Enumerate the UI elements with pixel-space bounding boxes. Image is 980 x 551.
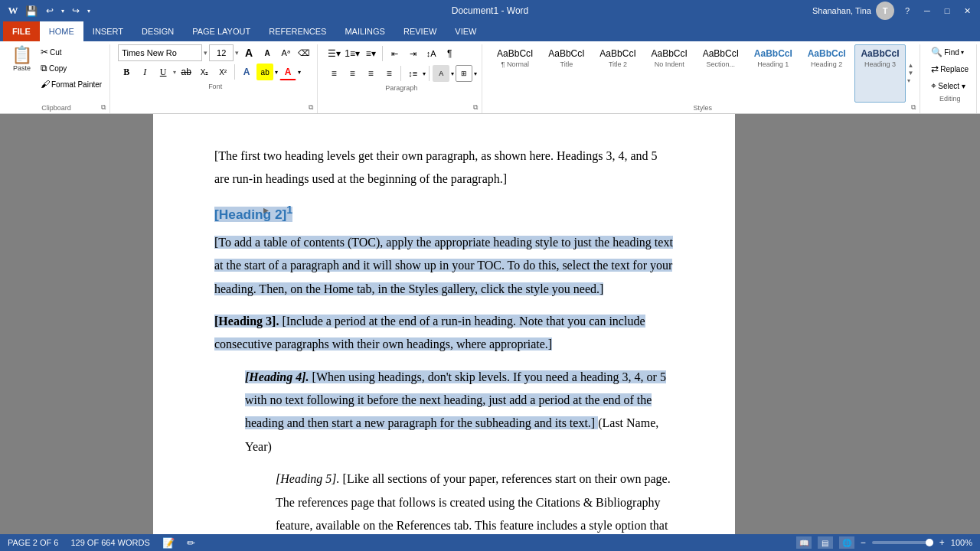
clipboard-expand[interactable]: ⧉ xyxy=(99,103,108,112)
line-spacing-btn[interactable]: ↕≡ xyxy=(404,65,421,82)
tab-mailings[interactable]: MAILINGS xyxy=(335,21,394,41)
style-heading2[interactable]: AaBbCcI Heading 2 xyxy=(801,44,853,103)
tab-design[interactable]: DESIGN xyxy=(132,21,183,41)
undo-dropdown[interactable]: ▾ xyxy=(61,8,64,15)
sort-btn[interactable]: ↕A xyxy=(423,45,439,62)
intro-text: [The first two heading levels get their … xyxy=(214,149,658,185)
title-bar: W 💾 ↩ ▾ ↪ ▾ Document1 - Word Shanahan, T… xyxy=(0,0,980,21)
multilevel-btn[interactable]: ≡▾ xyxy=(362,45,379,62)
underline-btn[interactable]: U xyxy=(155,64,172,80)
bullets-btn[interactable]: ☰▾ xyxy=(325,45,342,62)
strikethrough-btn[interactable]: ab xyxy=(178,64,194,80)
style-heading3[interactable]: AaBbCcI Heading 3 xyxy=(854,44,906,103)
tab-page-layout[interactable]: PAGE LAYOUT xyxy=(183,21,260,41)
tab-insert[interactable]: INSERT xyxy=(83,21,132,41)
numbering-btn[interactable]: 1≡▾ xyxy=(344,45,361,62)
doc-margin-right xyxy=(735,114,980,534)
user-name: Shanahan, Tina xyxy=(812,6,871,15)
style-no-indent[interactable]: AaBbCcI No Indent xyxy=(645,44,694,103)
font-name-dropdown[interactable]: ▾ xyxy=(204,49,207,57)
font-color-btn[interactable]: A xyxy=(279,64,296,80)
text-effect-btn[interactable]: A xyxy=(238,64,255,80)
cut-button[interactable]: ✂ Cut xyxy=(38,44,105,60)
font-name-input[interactable] xyxy=(118,44,202,61)
borders-btn[interactable]: ⊞ xyxy=(456,65,472,82)
heading4-paragraph[interactable]: [Heading 4]. [When using headings, don't… xyxy=(245,366,674,459)
style-no-spacing[interactable]: AaBbCcI Title xyxy=(541,44,591,103)
tab-references[interactable]: REFERENCES xyxy=(260,21,335,41)
show-para-btn[interactable]: ¶ xyxy=(441,45,458,62)
style-title2[interactable]: AaBbCcI Title 2 xyxy=(593,44,642,103)
read-view-btn[interactable]: 📖 xyxy=(796,536,812,549)
style-section[interactable]: AaBbCcI Section... xyxy=(696,44,746,103)
para-div2 xyxy=(400,66,401,81)
font-expand[interactable]: ⧉ xyxy=(306,103,315,112)
heading2[interactable]: [Heading 2]1 xyxy=(214,201,674,227)
shading-dropdown[interactable]: ▾ xyxy=(451,70,454,77)
font-shrink-btn[interactable]: A xyxy=(259,44,276,61)
change-case-btn[interactable]: Aᵃ xyxy=(277,44,294,61)
line-spacing-dropdown[interactable]: ▾ xyxy=(423,70,426,77)
style-normal[interactable]: AaBbCcI ¶ Normal xyxy=(490,44,540,103)
scroll-down-icon: ▼ xyxy=(907,70,913,77)
style-heading1[interactable]: AaBbCcI Heading 1 xyxy=(747,44,799,103)
heading5-paragraph[interactable]: [Heading 5]. [Like all sections of your … xyxy=(276,468,674,534)
select-button[interactable]: ⌖ Select ▾ xyxy=(928,78,972,93)
minimize-btn[interactable]: ─ xyxy=(920,4,934,18)
find-button[interactable]: 🔍 Find ▾ xyxy=(928,44,972,60)
styles-scroll[interactable]: ▲ ▼ ▾ xyxy=(906,44,915,103)
increase-indent-btn[interactable]: ⇥ xyxy=(404,45,421,62)
font-color-dropdown[interactable]: ▾ xyxy=(298,69,301,76)
superscript-btn[interactable]: X² xyxy=(214,64,231,80)
tab-review[interactable]: REVIEW xyxy=(394,21,446,41)
restore-btn[interactable]: □ xyxy=(940,4,954,18)
tab-view[interactable]: VIEW xyxy=(446,21,485,41)
align-left-btn[interactable]: ≡ xyxy=(325,65,342,82)
font-grow-btn[interactable]: A xyxy=(240,44,257,61)
highlight-btn[interactable]: ab xyxy=(256,64,273,80)
subscript-btn[interactable]: X₂ xyxy=(196,64,213,80)
bold-btn[interactable]: B xyxy=(118,64,135,80)
redo-btn[interactable]: ↪ xyxy=(69,4,83,18)
align-right-btn[interactable]: ≡ xyxy=(362,65,379,82)
tab-file[interactable]: FILE xyxy=(3,21,40,41)
find-dropdown[interactable]: ▾ xyxy=(961,49,964,56)
zoom-slider[interactable] xyxy=(872,541,933,544)
paste-button[interactable]: 📋 Paste xyxy=(8,44,36,74)
styles-expand[interactable]: ⧉ xyxy=(909,103,918,112)
copy-button[interactable]: ⧉ Copy xyxy=(38,60,105,76)
spelling-icon[interactable]: 📝 xyxy=(162,537,175,549)
intro-paragraph[interactable]: [The first two heading levels get their … xyxy=(214,145,674,191)
paragraph-expand[interactable]: ⧉ xyxy=(471,103,480,112)
font-size-input[interactable] xyxy=(209,44,234,61)
tab-home[interactable]: HOME xyxy=(40,21,83,41)
align-center-btn[interactable]: ≡ xyxy=(344,65,361,82)
heading3-paragraph[interactable]: [Heading 3]. [Include a period at the en… xyxy=(214,310,674,357)
shading-btn[interactable]: A xyxy=(433,65,449,82)
justify-btn[interactable]: ≡ xyxy=(381,65,397,82)
close-btn[interactable]: ✕ xyxy=(960,4,974,18)
clear-format-btn[interactable]: ⌫ xyxy=(296,44,312,61)
italic-btn[interactable]: I xyxy=(136,64,153,80)
replace-button[interactable]: ⇄ Replace xyxy=(928,61,972,77)
font-label: Font xyxy=(118,83,312,90)
underline-dropdown[interactable]: ▾ xyxy=(173,69,176,76)
track-changes-icon[interactable]: ✏ xyxy=(187,537,195,549)
document-page[interactable]: [The first two heading levels get their … xyxy=(153,114,735,534)
save-quick-btn[interactable]: 💾 xyxy=(24,4,38,18)
highlight-dropdown[interactable]: ▾ xyxy=(275,69,278,76)
zoom-thumb[interactable] xyxy=(926,539,933,546)
borders-dropdown[interactable]: ▾ xyxy=(474,70,477,77)
document-area[interactable]: [The first two heading levels get their … xyxy=(0,114,980,534)
customize-quick-access[interactable]: ▾ xyxy=(87,8,90,15)
decrease-indent-btn[interactable]: ⇤ xyxy=(386,45,403,62)
help-btn[interactable]: ? xyxy=(900,4,914,18)
web-view-btn[interactable]: 🌐 xyxy=(839,536,854,549)
zoom-out-btn[interactable]: − xyxy=(861,537,866,548)
undo-btn[interactable]: ↩ xyxy=(43,4,57,18)
toc-paragraph[interactable]: [To add a table of contents (TOC), apply… xyxy=(214,231,674,301)
print-view-btn[interactable]: ▤ xyxy=(818,536,833,549)
zoom-in-btn[interactable]: + xyxy=(939,537,945,548)
format-painter-button[interactable]: 🖌 Format Painter xyxy=(38,77,105,92)
font-size-dropdown[interactable]: ▾ xyxy=(235,49,239,57)
